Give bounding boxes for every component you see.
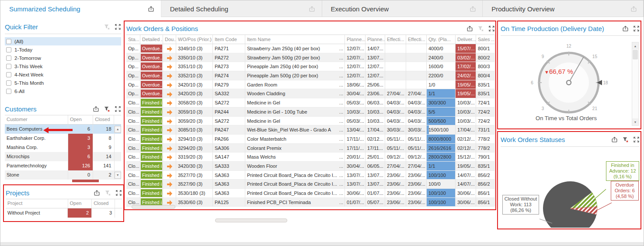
export-icon[interactable] [93,189,100,196]
work-order-row[interactable]: Clo...Finished i...3059/10 (3)PA244Medic… [126,107,495,117]
quick-filter-item[interactable]: 5-This Month [5,79,121,87]
maximize-icon[interactable] [633,25,640,32]
filter-clear-icon-active[interactable] [103,105,110,112]
orange-arrow-icon[interactable] [167,119,173,124]
table-row[interactable]: Earthshaker Corp.38 [5,134,121,143]
work-order-row[interactable]: Clo...Finished i...3527/90 (3)SA363Print… [126,180,495,189]
column-header-project[interactable]: Project [6,199,68,208]
work-order-row[interactable]: Clo...Finished i...3530/60 (3)PA125Finis… [126,198,495,207]
export-icon[interactable] [630,5,637,12]
filter-clear-icon[interactable] [103,23,110,30]
work-order-row[interactable]: Op...Overdue...3420/10 (3)PA279Garden Ro… [126,80,495,90]
orange-arrow-icon[interactable] [167,182,173,187]
column-header[interactable]: Item Code [213,35,245,44]
work-order-row[interactable]: Clo...Finished i...3294/20 (3)SA306Color… [126,144,495,153]
column-header[interactable]: Dou... [163,35,176,44]
checkbox[interactable] [6,55,11,61]
scroll-up-button[interactable]: ▲ [115,126,121,133]
column-header[interactable]: WO/Pos (Prior.) [176,35,213,44]
vertical-scrollbar[interactable]: ▲ ▼ [632,42,639,126]
work-order-row[interactable]: Clo...Finished i...3420/30 (3)SA333Woode… [126,162,495,171]
checkbox[interactable] [6,89,11,94]
checkbox[interactable] [6,80,11,86]
orange-arrow-icon[interactable] [167,155,173,160]
orange-arrow-icon[interactable] [167,64,173,69]
column-header[interactable]: Sales ... [476,35,495,44]
work-order-row[interactable]: Op...Overdue...3420/20 (3)SA332Wooden Cl… [126,89,495,98]
quick-filter-item[interactable]: 2-Tomorrow [5,54,121,62]
export-icon[interactable] [309,5,316,12]
tab-productivity-overview[interactable]: Productivity Overview [483,0,644,17]
orange-arrow-icon[interactable] [167,200,173,205]
column-header-closed[interactable]: Closed [93,115,114,124]
checkbox[interactable] [6,64,11,69]
work-order-row[interactable]: Op...Overdue...3349/10 (3)PA271Strawberr… [126,44,495,53]
table-row[interactable]: Stone02▼ [5,170,121,180]
filter-clear-icon[interactable] [477,25,484,32]
column-header[interactable]: Deliver... [456,35,476,44]
scroll-down-button[interactable]: ▼ [115,172,121,179]
quick-filter-item[interactable]: (All) [5,37,121,45]
work-order-row[interactable]: Op...Overdue...3352/10 (3)PA274Pineapple… [126,71,495,80]
orange-arrow-icon[interactable] [167,92,173,97]
table-row[interactable]: Parametechnology126141 [5,161,121,170]
filter-clear-icon-active[interactable] [622,136,629,143]
column-header[interactable]: Sta... [126,35,140,44]
column-header-open[interactable]: Open [68,199,92,208]
quick-filter-item[interactable]: 6-All [5,87,121,95]
work-order-row[interactable]: Clo...Finished i...3085/10 (3)PA247Wet-B… [126,125,495,135]
work-order-row[interactable]: Clo...Finished i...3527/70 (3)SA363Print… [126,171,495,180]
export-icon[interactable] [611,136,618,143]
export-icon[interactable] [466,25,473,32]
scroll-down-button[interactable]: ▼ [632,118,638,125]
maximize-icon[interactable] [114,23,121,30]
floating-scrollbar[interactable] [215,218,287,222]
orange-arrow-icon[interactable] [167,110,173,115]
tab-detailed-scheduling[interactable]: Detailed Scheduling [161,0,322,17]
table-row[interactable]: Bees Computers618▲ [5,125,121,134]
orange-arrow-icon[interactable] [167,173,173,178]
orange-arrow-icon[interactable] [167,55,173,61]
quick-filter-item[interactable]: 1-Today [5,45,121,54]
column-header[interactable]: Detailed ... [140,35,163,44]
column-header-open[interactable]: Open [68,115,93,124]
maximize-icon[interactable] [115,189,122,196]
column-header-customer[interactable]: Customer [5,115,68,124]
orange-arrow-icon[interactable] [167,137,173,142]
table-row[interactable]: Without Project23 [6,208,122,218]
table-row[interactable]: Microchips614 [5,152,121,161]
checkbox[interactable] [6,39,11,44]
tab-execution-overview[interactable]: Execution Overview [322,0,483,17]
table-row[interactable]: Mashina Corp.39 [5,143,121,152]
column-header[interactable]: Effecti... [385,35,406,44]
orange-arrow-icon[interactable] [167,73,173,79]
orange-arrow-icon[interactable] [167,146,173,151]
column-header[interactable]: Item Name [245,35,345,44]
column-header[interactable]: Planne... [345,35,366,44]
orange-arrow-icon[interactable] [167,128,173,133]
checkbox[interactable] [6,47,11,52]
export-icon[interactable] [148,5,155,12]
column-header[interactable]: Effecti... [406,35,427,44]
scroll-thumb[interactable] [633,50,638,59]
work-order-row[interactable]: Clo...Finished i...3059/20 (3)SA272Medic… [126,117,495,126]
maximize-icon[interactable] [488,25,495,32]
orange-arrow-icon[interactable] [167,191,173,196]
work-order-row[interactable]: Op...Overdue...3350/10 (3)PA272Strawberr… [126,53,495,62]
quick-filter-item[interactable]: 3-This Week [5,62,121,70]
tab-summarized-scheduling[interactable]: Summarized Scheduling [0,0,161,17]
orange-arrow-icon[interactable] [167,83,173,88]
orange-arrow-icon[interactable] [167,100,173,106]
orange-arrow-icon[interactable] [167,164,173,169]
scroll-up-button[interactable]: ▲ [632,42,638,49]
orange-arrow-icon[interactable] [167,46,173,52]
column-header[interactable]: Qty. (Pla... [427,35,456,44]
work-order-row[interactable]: Clo...Finished i...3530/180 (3)SA363Prin… [126,189,495,198]
export-icon[interactable] [469,5,476,12]
quick-filter-item[interactable]: 4-Next Week [5,70,121,79]
export-icon[interactable] [92,105,99,112]
maximize-icon[interactable] [114,105,121,112]
maximize-icon[interactable] [633,136,640,143]
column-header[interactable]: Planne... [366,35,385,44]
checkbox[interactable] [6,72,11,77]
